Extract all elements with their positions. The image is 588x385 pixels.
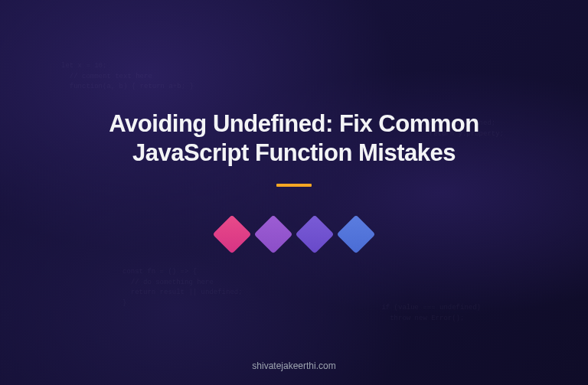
diamond-icon xyxy=(296,215,335,254)
diamond-icon xyxy=(213,215,252,254)
decorative-code-snippet: let x = 10; // comment text here functio… xyxy=(61,61,194,93)
footer-attribution: shivatejakeerthi.com xyxy=(252,361,335,371)
decorative-code-snippet: if (value === undefined) throw new Error… xyxy=(381,303,481,324)
diamond-icon xyxy=(254,215,293,254)
decorative-diamonds xyxy=(0,220,588,248)
main-content: Avoiding Undefined: Fix Common JavaScrip… xyxy=(0,109,588,249)
title-underline xyxy=(276,184,312,187)
diamond-icon xyxy=(337,215,376,254)
page-title: Avoiding Undefined: Fix Common JavaScrip… xyxy=(80,109,508,169)
decorative-code-snippet: const fn = () => { // do something here … xyxy=(122,267,243,308)
